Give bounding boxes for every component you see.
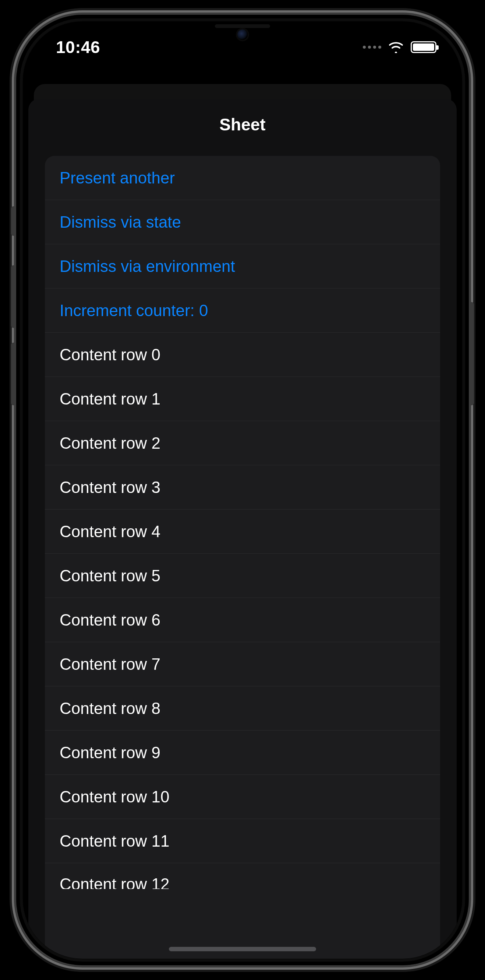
status-time: 10:46 — [56, 37, 100, 57]
list-item: Content row 9 — [45, 730, 440, 775]
sheet-title: Sheet — [219, 115, 265, 134]
speaker-grille — [215, 24, 270, 28]
battery-icon — [411, 41, 436, 53]
cellular-icon — [363, 46, 381, 49]
dismiss-via-state-button[interactable]: Dismiss via state — [45, 200, 440, 244]
list-item: Content row 4 — [45, 509, 440, 554]
notch — [163, 21, 322, 47]
list-item: Content row 11 — [45, 819, 440, 863]
phone-frame: 10:46 Sheet — [16, 15, 469, 965]
list-item: Content row 3 — [45, 465, 440, 509]
status-indicators — [363, 41, 436, 53]
volume-up-button — [11, 265, 16, 328]
list-item: Content row 2 — [45, 421, 440, 465]
home-indicator[interactable] — [169, 947, 316, 951]
screen: 10:46 Sheet — [23, 21, 462, 959]
device-mockup: 10:46 Sheet — [0, 0, 485, 980]
list-item: Content row 0 — [45, 332, 440, 377]
list-item: Content row 6 — [45, 598, 440, 642]
list-item: Content row 5 — [45, 554, 440, 598]
front-camera-icon — [237, 29, 248, 40]
list-item: Content row 12 — [45, 863, 440, 889]
modal-sheet[interactable]: Sheet Present another Dismiss via state … — [29, 99, 456, 959]
dismiss-via-environment-button[interactable]: Dismiss via environment — [45, 244, 440, 288]
list-item: Content row 8 — [45, 686, 440, 730]
silence-switch — [11, 206, 16, 236]
volume-down-button — [11, 343, 16, 405]
power-button — [469, 302, 474, 405]
wifi-icon — [388, 41, 404, 53]
increment-counter-button[interactable]: Increment counter: 0 — [45, 288, 440, 332]
list[interactable]: Present another Dismiss via state Dismis… — [45, 156, 440, 959]
list-item: Content row 1 — [45, 377, 440, 421]
list-item: Content row 10 — [45, 775, 440, 819]
present-another-button[interactable]: Present another — [45, 156, 440, 200]
list-item: Content row 7 — [45, 642, 440, 686]
sheet-header: Sheet — [29, 99, 456, 150]
